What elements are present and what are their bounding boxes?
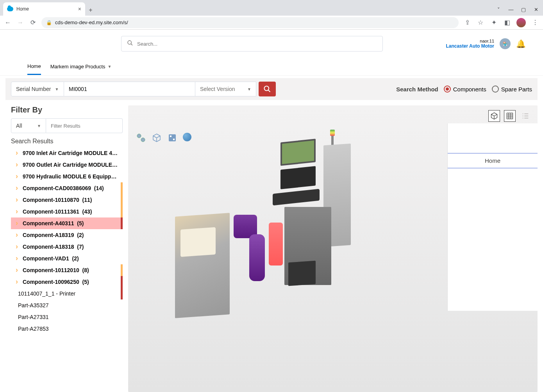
company-link[interactable]: Lancaster Auto Motor: [446, 43, 494, 49]
radio-spare-label: Spare Parts: [501, 86, 532, 93]
breadcrumb-home[interactable]: Home: [448, 153, 538, 168]
view-grid-button[interactable]: [504, 110, 516, 122]
tree-item[interactable]: Part-A27853: [11, 323, 123, 335]
url-field[interactable]: 🔒 cds-demo-dev-ed.my.site.com/s/: [41, 17, 459, 28]
search-icon: [127, 40, 133, 48]
tree-item[interactable]: Part-A27331: [11, 311, 123, 323]
forward-icon[interactable]: →: [16, 19, 24, 26]
user-info: naor.11 Lancaster Auto Motor: [446, 39, 494, 49]
extensions-icon[interactable]: ✦: [490, 19, 498, 26]
nav-home[interactable]: Home: [27, 59, 41, 75]
maximize-icon[interactable]: ▢: [518, 7, 529, 12]
tree-item[interactable]: 9700 Hydraulic MODULE 6 Equipped (: [11, 171, 123, 182]
global-search[interactable]: [121, 36, 383, 52]
tree-item[interactable]: Component-A18319 (2): [11, 229, 123, 241]
global-search-input[interactable]: [137, 41, 377, 47]
search-method-label: Search Method: [396, 86, 438, 93]
radio-icon: [492, 86, 499, 93]
filter-input[interactable]: [46, 118, 123, 133]
nav-products[interactable]: Markem image Products ▼: [50, 59, 112, 74]
filter-sidebar: Filter By All ▼ Search Results 9700 Inle…: [11, 105, 123, 392]
new-tab-button[interactable]: +: [85, 5, 96, 16]
svg-rect-4: [507, 113, 513, 119]
view-list-button[interactable]: [520, 110, 531, 122]
salesforce-icon: [7, 7, 13, 11]
main-nav: Home Markem image Products ▼: [0, 58, 543, 76]
svg-point-0: [128, 41, 131, 44]
minimize-icon[interactable]: —: [505, 7, 516, 12]
radio-icon: [444, 86, 451, 93]
tree-item[interactable]: Component-10096250 (5): [11, 276, 123, 288]
svg-point-15: [137, 134, 141, 138]
back-icon[interactable]: ←: [4, 19, 12, 26]
tree-item[interactable]: Component-10110870 (11): [11, 194, 123, 206]
lock-icon: 🔒: [46, 20, 52, 25]
tree-item[interactable]: Component-10111361 (43): [11, 206, 123, 217]
filter-scope-select[interactable]: All ▼: [11, 118, 46, 133]
search-results-title: Search Results: [11, 138, 123, 145]
sidepanel-icon[interactable]: ◧: [503, 19, 511, 26]
exploded-model[interactable]: [167, 137, 386, 340]
share-icon[interactable]: ⇪: [463, 19, 471, 26]
browser-tab[interactable]: Home ×: [3, 2, 85, 16]
username-label: naor.11: [446, 39, 494, 43]
chevron-down-icon: ▼: [247, 87, 251, 91]
tree-item[interactable]: Component-A40311 (5): [11, 217, 123, 229]
tool-link-icon[interactable]: [136, 133, 146, 143]
chevron-down-icon: ▼: [108, 64, 112, 69]
radio-components-label: Components: [453, 86, 486, 93]
product-search-bar: Serial Number ▼ Select Version ▼ Search …: [5, 78, 538, 100]
svg-line-1: [131, 44, 132, 45]
viewer-side-panel: Home: [448, 123, 538, 311]
close-icon[interactable]: ×: [78, 6, 81, 12]
reload-icon[interactable]: ⟳: [29, 19, 37, 26]
search-button[interactable]: [259, 82, 276, 96]
version-placeholder: Select Version: [200, 86, 235, 92]
app-header: naor.11 Lancaster Auto Motor 🏪 🔔: [0, 30, 543, 58]
tool-cube-icon[interactable]: [152, 133, 162, 143]
bell-icon[interactable]: 🔔: [516, 39, 526, 48]
address-bar: ← → ⟳ 🔒 cds-demo-dev-ed.my.site.com/s/ ⇪…: [0, 16, 543, 30]
kebab-icon[interactable]: ⋮: [531, 19, 539, 26]
tree-item[interactable]: Component-A18318 (7): [11, 241, 123, 253]
tab-title: Home: [16, 6, 29, 12]
svg-line-3: [268, 90, 270, 92]
nav-products-label: Markem image Products: [50, 64, 105, 69]
url-text: cds-demo-dev-ed.my.site.com/s/: [55, 20, 128, 25]
chevron-down-icon: ▼: [55, 87, 59, 91]
filter-scope-label: All: [16, 123, 22, 129]
chevron-down-icon: ▼: [37, 124, 41, 128]
version-select[interactable]: Select Version ▼: [195, 82, 256, 96]
tree-item[interactable]: 10114007_1_1 - Printer: [11, 288, 123, 299]
close-window-icon[interactable]: ✕: [530, 7, 541, 12]
svg-point-2: [264, 86, 269, 91]
3d-viewer[interactable]: Home: [128, 105, 538, 392]
search-field-label: Serial Number: [16, 86, 51, 92]
browser-tab-strip: Home × + ˅ — ▢ ✕: [0, 0, 543, 16]
store-icon[interactable]: 🏪: [500, 38, 511, 49]
tree-item[interactable]: Component-CAD00386069 (14): [11, 182, 123, 194]
filter-title: Filter By: [11, 105, 123, 114]
radio-spare-parts[interactable]: Spare Parts: [492, 86, 532, 93]
tree-item[interactable]: Component-10112010 (8): [11, 264, 123, 276]
tree-item[interactable]: Part-A35327: [11, 299, 123, 311]
tree-item[interactable]: 9700 Outlet Air Cartridge MODULE 5 IP: [11, 159, 123, 171]
tree-item[interactable]: 9700 Inlet Air Cartridge MODULE 4 IP53: [11, 147, 123, 159]
results-tree: 9700 Inlet Air Cartridge MODULE 4 IP5397…: [11, 147, 123, 335]
chevron-down-icon[interactable]: ˅: [493, 7, 504, 12]
serial-input[interactable]: [64, 82, 195, 96]
tree-item[interactable]: Component-VAD1 (2): [11, 253, 123, 264]
profile-avatar[interactable]: [516, 18, 526, 27]
view-3d-button[interactable]: [488, 110, 500, 122]
radio-components[interactable]: Components: [444, 86, 486, 93]
star-icon[interactable]: ☆: [477, 19, 484, 26]
svg-point-16: [141, 138, 145, 142]
search-field-select[interactable]: Serial Number ▼: [11, 82, 64, 96]
